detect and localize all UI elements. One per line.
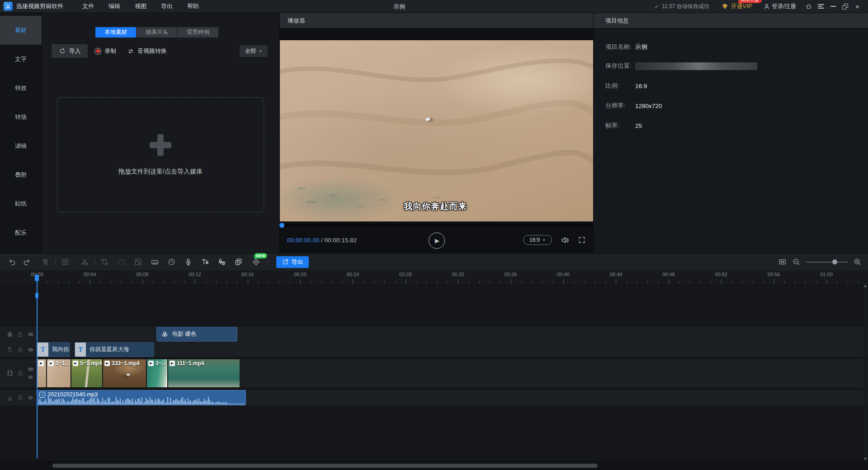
ruler-label: 01:00	[820, 272, 833, 277]
volume-button[interactable]	[560, 235, 570, 245]
toggle-visibility-button[interactable]	[26, 346, 36, 353]
lock-track-button[interactable]	[15, 394, 25, 401]
tab-local-media[interactable]: 本地素材	[95, 27, 136, 38]
timeline-tracks: 电影 暖色 T 我向你...	[0, 284, 868, 461]
vip-button[interactable]: 开通VIP 周年大促	[721, 2, 752, 10]
media-toolbar: 导入 录制 音视频转换 全部 ▼	[42, 44, 279, 58]
membership-button[interactable]: NEW	[249, 256, 264, 268]
text-chip-icon: T	[75, 343, 86, 357]
speech-to-text-button[interactable]	[214, 256, 229, 268]
sidebar-item-stickers[interactable]: 贴纸	[0, 189, 42, 218]
clip-play-icon: ▶	[73, 361, 78, 366]
play-button[interactable]: ▶	[429, 232, 445, 249]
toggle-mute-button[interactable]	[27, 374, 34, 381]
text-to-speech-button[interactable]	[198, 256, 212, 268]
sidebar-item-transitions[interactable]: 转场	[0, 103, 42, 132]
sidebar-item-overlays[interactable]: 叠附	[0, 160, 42, 189]
timeline-horizontal-scrollbar[interactable]	[52, 464, 598, 468]
text-clip[interactable]: T 你就是星辰大海	[75, 342, 154, 357]
close-button[interactable]: ×	[851, 0, 863, 13]
menu-view[interactable]: 视图	[135, 2, 146, 10]
sidebar-item-text[interactable]: 文字	[0, 45, 42, 74]
video-clip[interactable]: ▶1	[37, 359, 47, 387]
sidebar-item-music[interactable]: 配乐	[0, 218, 42, 247]
export-button[interactable]: 导出	[276, 256, 309, 268]
video-clip[interactable]: ▶3~...	[147, 359, 168, 387]
lock-track-button[interactable]	[15, 331, 25, 338]
ruler-tick	[774, 279, 774, 284]
menu-edit[interactable]: 编辑	[108, 2, 120, 10]
timeline-ruler[interactable]: 00:0000:0400:0800:1200:1600:2000:2400:28…	[0, 270, 868, 284]
toggle-visibility-button[interactable]	[27, 366, 34, 373]
video-preview: 我向你奔赴而来	[280, 40, 594, 221]
aspect-ratio-dropdown[interactable]: 16:9 ▼	[523, 235, 552, 245]
playhead-grip[interactable]	[35, 293, 38, 298]
video-clip[interactable]: ▶111~1.mp4	[168, 359, 240, 387]
ruler-label: 00:32	[452, 272, 464, 277]
fullscreen-icon	[578, 236, 586, 244]
menu-help[interactable]: 帮助	[187, 2, 199, 10]
login-button[interactable]: 登录/注册	[763, 3, 796, 10]
delete-button[interactable]	[38, 256, 53, 268]
record-button[interactable]: 录制	[94, 44, 116, 58]
menu-export[interactable]: 导出	[161, 2, 173, 10]
fullscreen-button[interactable]	[578, 236, 586, 244]
video-clip[interactable]: ▶1~1...	[47, 359, 71, 387]
sidebar-item-media[interactable]: 素材	[0, 16, 42, 45]
speed-button[interactable]	[164, 256, 179, 268]
toggle-mute-button[interactable]	[26, 394, 36, 401]
redo-icon	[23, 258, 31, 266]
lock-track-button[interactable]	[15, 370, 25, 377]
menu-file[interactable]: 文件	[82, 2, 94, 10]
playhead-head[interactable]	[35, 275, 39, 281]
minimize-icon	[830, 6, 836, 7]
trash-icon	[41, 258, 50, 266]
timeline-zoom-slider[interactable]	[806, 262, 848, 263]
voiceover-button[interactable]	[181, 256, 196, 268]
select-region-button[interactable]	[114, 256, 129, 268]
sidebar-item-effects[interactable]: 特效	[0, 74, 42, 103]
av-convert-button[interactable]: 音视频转换	[127, 44, 167, 58]
export-icon	[282, 258, 289, 265]
undo-button[interactable]	[5, 256, 19, 268]
main-menu-button[interactable]	[815, 0, 827, 13]
minimize-button[interactable]	[827, 0, 839, 13]
adjust-duration-button[interactable]	[147, 256, 162, 268]
batch-subtitle-button[interactable]	[231, 256, 246, 268]
toggle-visibility-button[interactable]	[26, 331, 36, 338]
fit-timeline-icon[interactable]	[778, 258, 787, 266]
audio-track-head: ♫	[0, 390, 36, 405]
sidebar-item-filters[interactable]: 滤镜	[0, 132, 42, 160]
player-seekbar[interactable]	[280, 224, 593, 227]
zoom-in-icon[interactable]	[853, 258, 862, 266]
save-location-redacted-bar	[635, 62, 757, 70]
redo-button[interactable]	[19, 256, 34, 268]
tab-intro-templates[interactable]: 精美片头	[137, 27, 177, 38]
import-button[interactable]: 导入	[52, 44, 88, 58]
effect-clip[interactable]: 电影 暖色	[156, 327, 237, 342]
sidebar: 素材 文字 特效 转场 滤镜 叠附 贴纸 配乐	[0, 13, 42, 253]
resolution-value: 1280x720	[635, 103, 662, 109]
media-dropzone[interactable]: 拖放文件到这里/点击导入媒体	[57, 97, 264, 212]
text-clip[interactable]: T 我向你...	[37, 342, 70, 357]
video-clip[interactable]: ▶333~1.mp4	[103, 359, 146, 387]
crop-button[interactable]	[97, 256, 112, 268]
lock-track-button[interactable]	[15, 346, 25, 353]
tab-background-samples[interactable]: 背景样例	[178, 27, 218, 38]
player-controls: 00:00:00.00 / 00:00:15.82 ▶ 16:9 ▼	[280, 227, 593, 253]
audio-track-icon: ♫	[5, 394, 15, 402]
edit-clip-button[interactable]	[58, 256, 73, 268]
dropzone-hint: 拖放文件到这里/点击导入媒体	[118, 168, 203, 176]
microphone-icon	[184, 258, 193, 266]
audio-clip[interactable]: ♪ 202102021540.mp3	[37, 390, 246, 405]
aspect-row: 比例: 16:9	[605, 82, 647, 90]
home-button[interactable]	[802, 0, 815, 13]
mosaic-button[interactable]	[131, 256, 146, 268]
zoom-slider-handle[interactable]	[832, 259, 837, 264]
timeline-vertical-scrollbar[interactable]	[863, 284, 868, 461]
zoom-out-icon[interactable]	[792, 258, 801, 266]
video-clip[interactable]: ▶5~1.mp4	[71, 359, 103, 387]
maximize-button[interactable]	[839, 0, 851, 13]
media-filter-dropdown[interactable]: 全部 ▼	[240, 45, 268, 57]
split-button[interactable]	[77, 256, 92, 268]
